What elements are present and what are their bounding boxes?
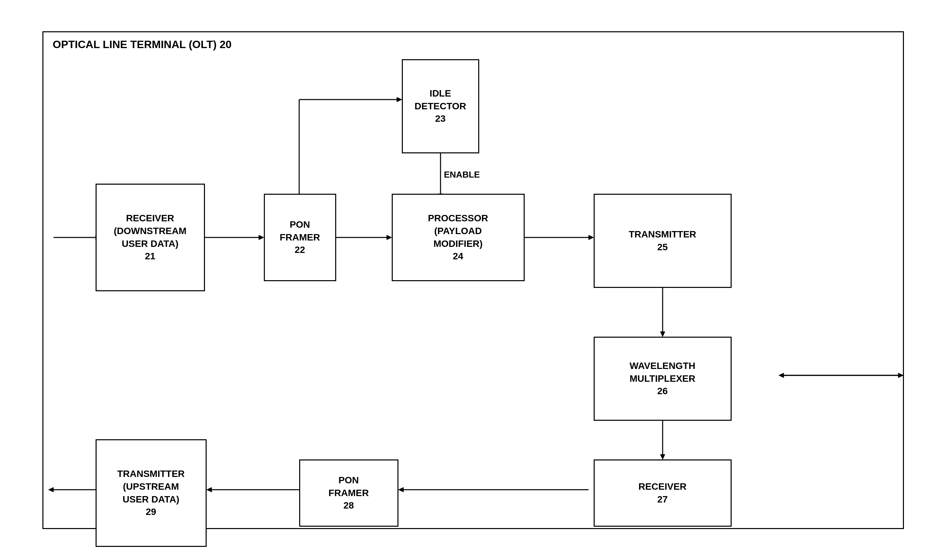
processor-block: PROCESSOR(PAYLOADMODIFIER)24 — [392, 194, 525, 281]
pon-framer-28-label: PONFRAMER28 — [328, 474, 369, 512]
transmitter-upstream-block: TRANSMITTER(UPSTREAMUSER DATA)29 — [96, 439, 206, 547]
transmitter-25-label: TRANSMITTER25 — [629, 228, 696, 254]
svg-marker-29 — [898, 373, 903, 378]
svg-marker-27 — [48, 487, 54, 492]
pon-framer-22-label: PONFRAMER22 — [280, 218, 320, 256]
pon-framer-22-block: PONFRAMER22 — [264, 194, 336, 281]
idle-detector-block: IDLEDETECTOR23 — [402, 59, 479, 153]
olt-title: OPTICAL LINE TERMINAL (OLT) 20 — [53, 38, 232, 51]
processor-label: PROCESSOR(PAYLOADMODIFIER)24 — [428, 212, 488, 263]
svg-marker-17 — [779, 373, 784, 378]
svg-marker-25 — [206, 487, 212, 492]
receiver-27-block: RECEIVER27 — [594, 460, 732, 527]
svg-marker-8 — [397, 97, 402, 102]
svg-marker-13 — [589, 235, 594, 240]
idle-detector-label: IDLEDETECTOR23 — [414, 87, 467, 125]
svg-marker-23 — [399, 487, 404, 492]
pon-framer-28-block: PONFRAMER28 — [299, 460, 399, 527]
svg-marker-15 — [660, 332, 665, 337]
wavelength-mux-label: WAVELENGTHMULTIPLEXER26 — [630, 360, 695, 398]
transmitter-25-block: TRANSMITTER25 — [594, 194, 732, 288]
receiver-downstream-block: RECEIVER(DOWNSTREAMUSER DATA)21 — [96, 184, 205, 291]
svg-marker-5 — [387, 235, 392, 240]
svg-marker-21 — [660, 454, 665, 460]
transmitter-upstream-label: TRANSMITTER(UPSTREAMUSER DATA)29 — [117, 468, 185, 518]
receiver-downstream-label: RECEIVER(DOWNSTREAMUSER DATA)21 — [114, 212, 186, 263]
wavelength-mux-block: WAVELENGTHMULTIPLEXER26 — [594, 337, 732, 421]
diagram-wrapper: OPTICAL LINE TERMINAL (OLT) 20 ENABLE — [19, 18, 928, 543]
svg-marker-3 — [259, 235, 264, 240]
receiver-27-label: RECEIVER27 — [638, 480, 687, 506]
olt-container: OPTICAL LINE TERMINAL (OLT) 20 ENABLE — [42, 31, 904, 529]
svg-text:ENABLE: ENABLE — [444, 169, 480, 180]
